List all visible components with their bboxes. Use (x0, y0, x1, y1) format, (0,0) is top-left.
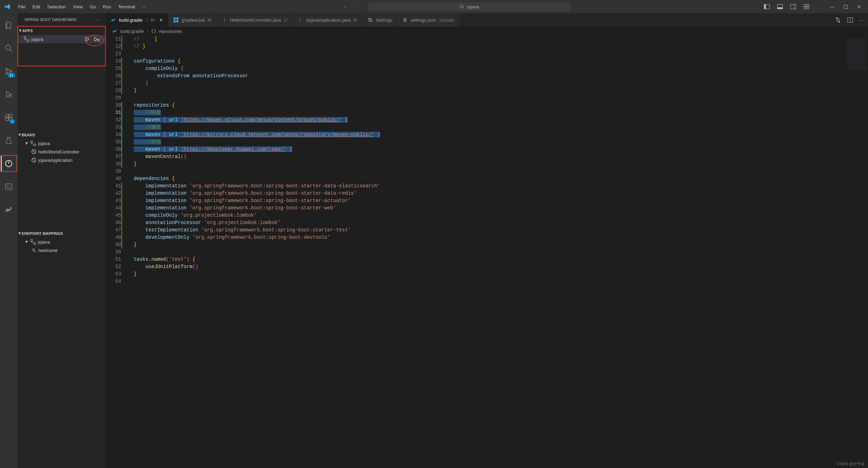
activity-spring-boot-dashboard-icon[interactable] (0, 155, 17, 172)
line-number: 40 (106, 175, 121, 182)
beans-item[interactable]: jojavaApplication (17, 156, 106, 164)
code-line[interactable]: mavenCentral() (134, 153, 846, 160)
activity-gradle-icon[interactable] (0, 201, 17, 218)
code-line[interactable] (134, 94, 846, 102)
windows-file-icon (173, 17, 179, 23)
apps-item-jojava[interactable]: jojava (18, 35, 105, 43)
code-line[interactable]: extendsFrom annotationProcessor (134, 72, 846, 80)
activity-scm-icon[interactable]: 11 (0, 63, 17, 80)
code-line[interactable]: //华为 (134, 138, 846, 146)
menu-edit[interactable]: Edit (29, 1, 44, 12)
activity-extensions-icon[interactable]: 1 (0, 109, 17, 126)
editor-area[interactable]: 2122232425262728293031323334353637383940… (106, 36, 868, 468)
endpoints-root-jojava[interactable]: ▸ jojava (17, 238, 106, 246)
scm-badge: 11 (8, 73, 15, 78)
close-icon[interactable]: ✕ (159, 17, 163, 23)
svg-line-14 (10, 49, 12, 52)
nav-forward-icon[interactable]: → (355, 4, 360, 9)
split-editor-icon[interactable] (847, 17, 853, 22)
tab-helloworldcontroller-java[interactable]: JHelloWorldController.javaU (217, 13, 293, 27)
tab-gradlew-bat[interactable]: gradlew.batM (168, 13, 216, 27)
debug-icon[interactable] (94, 36, 100, 42)
tab-settings-json[interactable]: {}settings.json.vscode (397, 13, 459, 27)
menu-go[interactable]: Go (86, 1, 99, 12)
activity-terminal-icon[interactable] (0, 178, 17, 195)
hierarchy-icon (30, 141, 36, 146)
code-line[interactable]: // ] (134, 36, 846, 43)
tab-settings[interactable]: Settings (362, 13, 397, 27)
code-line[interactable]: implementation 'org.springframework.boot… (134, 197, 846, 204)
code-line[interactable]: annotationProcessor 'org.projectlombok:l… (134, 219, 846, 226)
code-line[interactable]: repositories { (134, 102, 846, 109)
code-line[interactable]: maven { url 'https://maven.aliyun.com/ne… (134, 116, 846, 124)
play-icon[interactable] (84, 36, 90, 42)
menu-view[interactable]: View (69, 1, 86, 12)
code-line[interactable]: } (134, 80, 846, 87)
beans-root-jojava[interactable]: ▸ jojava (17, 139, 106, 147)
breadcrumbs[interactable]: build.gradle › repositories (106, 27, 868, 36)
code-line[interactable]: useJUnitPlatform() (134, 263, 846, 271)
tab-more-icon[interactable]: ··· (859, 17, 863, 23)
svg-marker-29 (86, 37, 89, 41)
window-minimize-icon[interactable]: — (830, 4, 835, 9)
activity-search-icon[interactable] (0, 40, 17, 57)
layout-bottom-icon[interactable] (777, 4, 783, 9)
bean-icon (31, 149, 36, 154)
menu-selection[interactable]: Selection (44, 1, 69, 12)
code-line[interactable]: implementation 'org.springframework.boot… (134, 204, 846, 212)
svg-rect-41 (174, 20, 176, 22)
menu-overflow[interactable]: ··· (139, 1, 149, 12)
layout-right-icon[interactable] (790, 4, 796, 9)
title-bar: File Edit Selection View Go Run Terminal… (0, 0, 868, 13)
code-line[interactable]: //腾讯 (134, 124, 846, 131)
code-line[interactable]: implementation 'org.springframework.boot… (134, 190, 846, 197)
layout-left-icon[interactable] (764, 4, 770, 9)
beans-item[interactable]: helloWorldController (17, 147, 106, 156)
code-line[interactable]: } (134, 87, 846, 94)
code-line[interactable]: maven { url 'https://developer.huawei.co… (134, 146, 846, 153)
activity-testing-icon[interactable] (0, 132, 17, 149)
code-line[interactable] (134, 249, 846, 256)
sidebar-more-icon[interactable]: ··· (97, 17, 100, 22)
layout-customize-icon[interactable] (804, 4, 809, 9)
section-apps-header[interactable]: ▸ APPS (18, 27, 105, 35)
minimap[interactable] (846, 36, 868, 468)
menu-terminal[interactable]: Terminal (115, 1, 139, 12)
code-line[interactable]: tasks.named('test') { (134, 256, 846, 263)
code-line[interactable] (134, 50, 846, 58)
code-content[interactable]: // ]// } configurations { compileOnly { … (127, 36, 846, 468)
section-beans-header[interactable]: ▸ BEANS (17, 131, 106, 139)
command-center-search[interactable]: jojava (368, 2, 571, 11)
code-line[interactable] (134, 168, 846, 175)
svg-point-45 (369, 18, 370, 20)
code-line[interactable]: maven { url 'https://mirrors.cloud.tence… (134, 131, 846, 138)
window-maximize-icon[interactable] (843, 4, 848, 9)
code-line[interactable]: compileOnly { (134, 65, 846, 72)
line-number: 25 (106, 65, 121, 72)
code-line[interactable]: developmentOnly 'org.springframework.boo… (134, 234, 846, 241)
menu-file[interactable]: File (15, 1, 29, 12)
code-line[interactable]: // } (134, 43, 846, 50)
window-close-icon[interactable]: ✕ (856, 4, 862, 9)
compare-changes-icon[interactable] (835, 17, 841, 23)
code-line[interactable]: compileOnly 'org.projectlombok:lombok' (134, 212, 846, 219)
code-line[interactable]: } (134, 160, 846, 168)
code-line[interactable] (134, 278, 846, 285)
nav-back-icon[interactable]: ← (343, 4, 347, 9)
code-line[interactable]: configurations { (134, 58, 846, 65)
code-line[interactable]: } (134, 241, 846, 249)
menu-run[interactable]: Run (99, 1, 115, 12)
code-line[interactable]: implementation 'org.springframework.boot… (134, 182, 846, 190)
section-endpoints-label: ENDPOINT MAPPINGS (22, 231, 63, 236)
section-endpoints-header[interactable]: ▸ ENDPOINT MAPPINGS (17, 229, 106, 238)
tab-build-gradle[interactable]: build.gradle.\M✕ (106, 13, 168, 27)
activity-explorer-icon[interactable] (0, 17, 17, 34)
code-line[interactable]: //阿里 (134, 109, 846, 116)
tab-jojavaapplication-java[interactable]: JJojavaApplication.javaM (292, 13, 362, 27)
code-line[interactable]: testImplementation 'org.springframework.… (134, 226, 846, 234)
endpoints-item[interactable]: /welcome (17, 246, 106, 254)
code-line[interactable]: } (134, 271, 846, 278)
svg-rect-9 (807, 5, 809, 7)
code-line[interactable]: dependencies { (134, 175, 846, 182)
activity-run-debug-icon[interactable] (0, 86, 17, 103)
